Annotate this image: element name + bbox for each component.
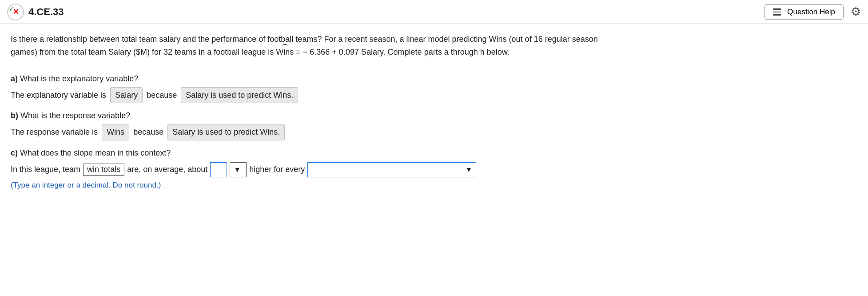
part-c-question: c) What does the slope mean in this cont…	[11, 148, 857, 158]
question-help-button[interactable]: Question Help	[764, 4, 844, 20]
question-help-label: Question Help	[787, 8, 835, 16]
part-b-answer-value-1: Wins	[102, 124, 129, 140]
unit-dropdown-small[interactable]: ▼	[230, 162, 247, 177]
intro-text-2: games) from the total team Salary ($M) f…	[11, 48, 510, 56]
status-icon	[7, 4, 24, 20]
part-a-question-text: What is the explanatory variable?	[20, 74, 138, 83]
part-b-answer: The response variable is Wins because Sa…	[11, 124, 857, 140]
intro-paragraph: Is there a relationship between total te…	[11, 33, 857, 66]
part-a-answer-value-1: Salary	[110, 87, 143, 104]
part-c-label: c)	[11, 148, 18, 157]
decimal-input[interactable]	[210, 162, 227, 177]
win-totals-field[interactable]: win totals	[83, 164, 124, 176]
main-content: Is there a relationship between total te…	[0, 24, 868, 207]
part-b-answer-value-2: Salary is used to predict Wins.	[167, 124, 285, 140]
question-id: 4.CE.33	[28, 6, 64, 18]
header: 4.CE.33 Question Help ⚙	[0, 0, 868, 24]
hamburger-icon	[773, 8, 784, 16]
gear-icon: ⚙	[851, 5, 861, 18]
part-c-section: c) What does the slope mean in this cont…	[11, 148, 857, 190]
part-a-answer-value-2: Salary is used to predict Wins.	[181, 87, 298, 104]
part-c-question-text: What does the slope mean in this context…	[20, 148, 171, 157]
part-a-answer-text-2: because	[147, 91, 177, 100]
part-a-label: a)	[11, 74, 18, 83]
part-b-label: b)	[11, 111, 18, 120]
part-c-middle: are, on average, about	[127, 165, 207, 174]
part-b-question-text: What is the response variable?	[20, 111, 130, 120]
settings-button[interactable]: ⚙	[851, 5, 861, 19]
part-b-answer-text-2: because	[133, 128, 163, 136]
part-a-answer-text-1: The explanatory variable is	[11, 91, 106, 100]
part-c-answer-line: In this league, team win totals are, on …	[11, 162, 857, 177]
higher-text: higher for every	[249, 165, 305, 174]
part-b-answer-text-1: The response variable is	[11, 128, 98, 136]
part-a-question: a) What is the explanatory variable?	[11, 74, 857, 84]
part-b-question: b) What is the response variable?	[11, 111, 857, 120]
intro-text-1: Is there a relationship between total te…	[11, 35, 598, 44]
header-right: Question Help ⚙	[764, 4, 861, 20]
context-dropdown[interactable]: ▼	[307, 162, 476, 177]
dropdown-large-arrow: ▼	[466, 166, 473, 174]
hint-text: (Type an integer or a decimal. Do not ro…	[11, 181, 857, 190]
part-c-prefix: In this league, team	[11, 165, 80, 174]
dropdown-small-arrow: ▼	[234, 166, 241, 174]
part-a-answer: The explanatory variable is Salary becau…	[11, 87, 857, 104]
header-left: 4.CE.33	[7, 4, 64, 20]
part-b-section: b) What is the response variable? The re…	[11, 111, 857, 140]
part-a-section: a) What is the explanatory variable? The…	[11, 74, 857, 104]
wins-hat: Wins	[276, 46, 294, 59]
